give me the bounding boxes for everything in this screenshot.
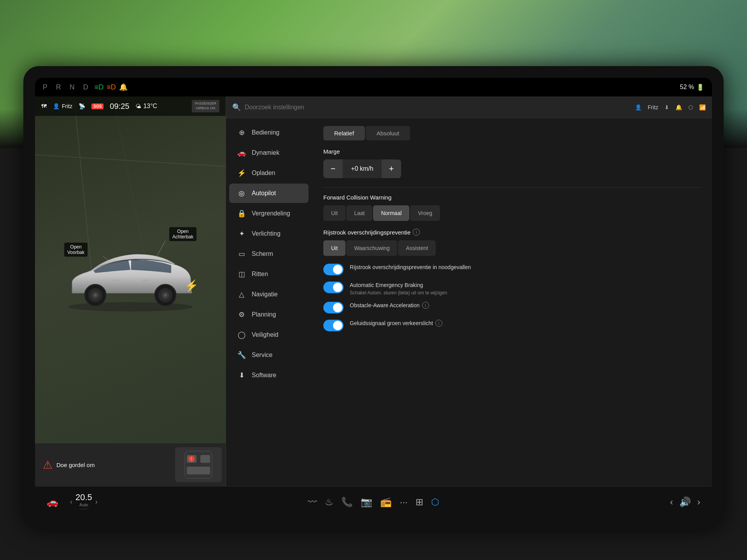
sidebar-item-software[interactable]: ⬇ Software (229, 366, 309, 385)
svg-rect-19 (187, 467, 210, 474)
radio-icon[interactable]: 📻 (380, 497, 392, 508)
opladen-icon: ⚡ (237, 169, 246, 177)
lane-uit-button[interactable]: Uit (323, 240, 345, 256)
lane-emergency-label: Rijstrook overschrijdingspreventie in no… (350, 264, 471, 271)
user-person-icon: 👤 (635, 104, 642, 110)
temp-arrow-left[interactable]: ‹ (70, 498, 72, 506)
ritten-icon: ◫ (237, 270, 246, 278)
lane-emergency-toggle[interactable] (323, 264, 344, 275)
planning-icon: ⚙ (237, 310, 246, 319)
user-area: 👤 Fritz ⬇ 🔔 ⬡ 📶 (635, 104, 706, 110)
sidebar-item-opladen[interactable]: ⚡ Opladen (229, 163, 309, 183)
green-light-toggle[interactable] (323, 320, 344, 331)
service-icon: 🔧 (237, 351, 246, 359)
sidebar-item-vergrendeling[interactable]: 🔒 Vergrendeling (229, 204, 309, 223)
auto-braking-toggle[interactable] (323, 282, 344, 293)
service-label: Service (252, 352, 272, 359)
taskbar-left: 🚗 ‹ 20.5 Auto 〰〰 › (47, 492, 210, 511)
taskbar: 🚗 ‹ 20.5 Auto 〰〰 › 〰 ♨ 📞 📷 📻 ··· ⊞ ⬡ ‹ (35, 486, 712, 517)
temp-arrow-right[interactable]: › (95, 498, 98, 506)
sidebar-item-planning[interactable]: ⚙ Planning (229, 305, 309, 324)
camera-icon[interactable]: 📷 (361, 497, 372, 508)
phone-icon[interactable]: 📞 (341, 497, 353, 508)
bluetooth-header-icon: ⬡ (688, 104, 693, 110)
flame-icon[interactable]: ♨ (325, 497, 333, 508)
collision-vroeg-button[interactable]: Vroeg (410, 205, 440, 221)
warning-text: Doe gordel om (56, 462, 95, 468)
status-bar: P R N D ≡D ≡D 🔔 52 % 🔋 (35, 78, 712, 96)
toggle-row-lane-emergency: Rijstrook overschrijdingspreventie in no… (323, 264, 700, 275)
collision-laat-button[interactable]: Laat (346, 205, 372, 221)
increase-speed-button[interactable]: + (382, 159, 401, 178)
green-light-text: Geluidssignaal groen verkeerslicht (350, 320, 433, 327)
bediening-label: Bediening (252, 129, 279, 136)
marge-label: Marge (323, 148, 700, 155)
toggle-row-auto-braking: Automatic Emergency Braking Schakel Auto… (323, 282, 700, 296)
volume-icon[interactable]: 🔊 (679, 497, 691, 508)
decrease-speed-button[interactable]: − (323, 159, 343, 178)
map-icon-item: 🗺 (41, 103, 47, 109)
obstacle-info-icon[interactable]: i (422, 302, 429, 309)
seat-diagram: ! (175, 447, 222, 482)
temp-value-container: 20.5 Auto 〰〰 (75, 492, 92, 511)
dynamiek-label: Dynamiek (252, 149, 279, 156)
sidebar-item-service[interactable]: 🔧 Service (229, 345, 309, 365)
charge-indicator: ⚡ (185, 279, 198, 292)
search-icon: 🔍 (232, 103, 241, 112)
bluetooth-taskbar-icon[interactable]: ⬡ (431, 497, 439, 508)
weather-item: 🌤 13°C (135, 103, 157, 110)
lane-assistent-button[interactable]: Assistent (398, 240, 436, 256)
sidebar-item-ritten[interactable]: ◫ Ritten (229, 264, 309, 284)
collision-warning-label: Forward Collision Warning (323, 194, 700, 201)
relatief-button[interactable]: Relatief (323, 126, 365, 140)
download-icon: ⬇ (665, 104, 669, 110)
toggle-row-obstacle: Obstacle-Aware Acceleration i (323, 302, 700, 313)
more-dots-icon[interactable]: ··· (400, 497, 407, 508)
sidebar-item-scherm[interactable]: ▭ Scherm (229, 244, 309, 264)
sidebar-item-navigatie[interactable]: △ Navigatie (229, 285, 309, 304)
collision-normaal-button[interactable]: Normaal (373, 205, 409, 221)
obstacle-toggle[interactable] (323, 302, 344, 313)
divider-1 (323, 187, 700, 188)
vergrendeling-icon: 🔒 (237, 209, 246, 218)
search-input[interactable] (245, 104, 631, 111)
sidebar-item-bediening[interactable]: ⊕ Bediening (229, 123, 309, 142)
dynamiek-icon: 🚗 (237, 149, 246, 157)
lane-option-group: Uit Waarschuwing Assistent (323, 240, 700, 256)
sidebar-item-autopilot[interactable]: ◎ Autopilot (229, 184, 309, 203)
prev-track-icon[interactable]: ‹ (670, 497, 673, 508)
settings-panel: 🔍 👤 Fritz ⬇ 🔔 ⬡ 📶 ⊕ Bediening (226, 96, 712, 486)
verlichting-icon: ✦ (237, 229, 246, 238)
lane-info-icon[interactable]: i (413, 229, 420, 236)
heat-icon[interactable]: 〰 (308, 497, 317, 508)
lane-waarschuwing-button[interactable]: Waarschuwing (346, 240, 397, 256)
next-track-icon[interactable]: › (697, 497, 700, 508)
speed-value: +0 km/h (343, 165, 382, 172)
autopilot-settings-main: Relatief Absoluut Marge − +0 km/h + Forw… (312, 118, 712, 486)
veiligheid-label: Veiligheid (252, 331, 279, 338)
indicator-icons: ≡D ≡D 🔔 (95, 83, 128, 91)
lane-prevention-header: Rijstrook overschrijdingspreventie i (323, 229, 700, 236)
grid-icon[interactable]: ⊞ (416, 497, 423, 508)
green-light-info-icon[interactable]: i (435, 320, 442, 327)
svg-text:!: ! (191, 457, 192, 461)
car-taskbar-icon[interactable]: 🚗 (47, 497, 58, 508)
seat-diagram-svg: ! (179, 449, 218, 480)
seatbelt-icon: 🔔 (119, 83, 128, 91)
seatbelt-warning: ⚠ Doe gordel om (35, 458, 175, 471)
sidebar-item-veiligheid[interactable]: ◯ Veiligheid (229, 325, 309, 345)
collision-uit-button[interactable]: Uit (323, 205, 345, 221)
temp-display: ‹ 20.5 Auto 〰〰 › (70, 492, 98, 511)
sidebar-item-verlichting[interactable]: ✦ Verlichting (229, 224, 309, 243)
sos-badge[interactable]: SOS (91, 103, 103, 109)
auto-braking-text: Automatic Emergency Braking (350, 282, 447, 289)
svg-point-12 (164, 294, 167, 297)
sidebar-nav: ⊕ Bediening 🚗 Dynamiek ⚡ Opladen ◎ Autop… (226, 118, 312, 486)
verlichting-label: Verlichting (252, 230, 281, 237)
sidebar-item-dynamiek[interactable]: 🚗 Dynamiek (229, 143, 309, 163)
car-display: OpenVoorbak OpenAchterbak (43, 108, 218, 439)
absoluut-button[interactable]: Absoluut (366, 126, 410, 140)
user-avatar-icon: 👤 (53, 103, 60, 109)
temp-icons: 〰〰 (75, 507, 92, 511)
veiligheid-icon: ◯ (237, 331, 246, 339)
